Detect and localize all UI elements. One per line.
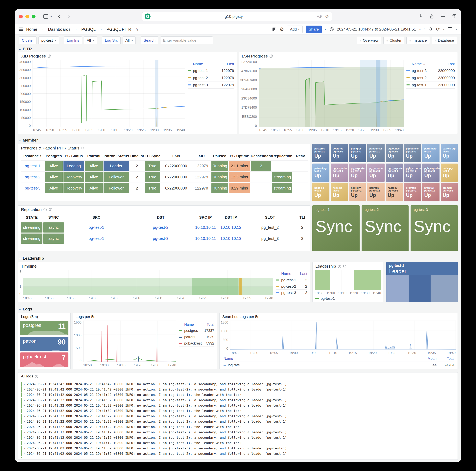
add-button[interactable]: Add▾ <box>287 26 303 33</box>
view-instance-button[interactable]: ≡Instance <box>406 37 430 44</box>
section-member[interactable]: ⌄Member <box>19 138 38 143</box>
xid-chart[interactable] <box>33 60 185 127</box>
dst-ip-link[interactable]: 10.10.10.13 <box>220 236 241 241</box>
section-leadership[interactable]: ⌄Leadership <box>19 256 44 261</box>
external-link-icon[interactable] <box>81 146 84 150</box>
log-line[interactable]: › 2024-05-21 19:41:22.000 2024-05-21 19:… <box>21 419 456 424</box>
sync-panel-pg-test-3[interactable]: pg-test-3 Sync <box>410 205 458 251</box>
reload-icon[interactable]: ⟳ <box>325 14 329 19</box>
time-forward-icon[interactable]: › <box>424 27 425 32</box>
log-line[interactable]: › 2024-05-21 19:41:42.000 2024-05-21 19:… <box>21 382 456 387</box>
legend-name-header[interactable]: Name ⌄ <box>406 62 448 66</box>
expand-caret-icon[interactable]: › <box>24 441 25 445</box>
column-header[interactable]: Patroni <box>85 152 103 161</box>
status-tile[interactable]: pgb_exporter pg-test-3 Up <box>422 163 439 182</box>
log-line[interactable]: › 2024-05-21 19:41:12.000 2024-05-21 19:… <box>21 435 456 440</box>
sync-panel-pg-test-2[interactable]: pg-test-2 Sync <box>362 205 409 251</box>
src-link[interactable]: pg-test-1 <box>89 236 104 241</box>
log-line[interactable]: › 2024-05-21 19:41:32.000 2024-05-21 19:… <box>21 403 456 408</box>
expand-caret-icon[interactable]: › <box>24 408 25 413</box>
column-header[interactable]: LSN <box>160 152 192 161</box>
status-tile[interactable]: node pg-test-2 Up <box>312 183 329 201</box>
panel-title[interactable]: Postgres & Patroni PITR Status <box>21 146 79 150</box>
panel-title[interactable]: Timeline <box>21 264 37 269</box>
panel-title[interactable]: All logs <box>21 374 33 378</box>
status-tile[interactable]: haproxy pg-test-3 Up <box>386 183 403 201</box>
legend-row[interactable]: pg-test-32 <box>276 290 307 296</box>
legend-row[interactable]: pg-test-12 <box>276 277 307 283</box>
expand-caret-icon[interactable]: › <box>24 446 25 451</box>
legend-row[interactable]: pgbackrest5932 <box>179 340 214 347</box>
legend-name-header[interactable]: Name <box>179 323 207 327</box>
status-tile[interactable]: haproxy pg-test-1 Up <box>349 183 366 201</box>
column-header[interactable]: TLI Sync <box>144 152 160 161</box>
panel-leader-treemap[interactable]: pg-test-1 Leader <box>386 262 458 302</box>
expand-caret-icon[interactable]: › <box>24 430 25 435</box>
legend-name-header[interactable]: Name <box>223 357 419 361</box>
expand-caret-icon[interactable]: › <box>24 425 25 429</box>
legend-last-header[interactable]: Last <box>227 62 234 66</box>
dst-ip-link[interactable]: 10.10.10.12 <box>220 225 241 229</box>
logins-variable-select[interactable]: All▾ <box>84 36 97 44</box>
src-ip-link[interactable]: 10.10.10.11 <box>195 236 216 241</box>
column-header[interactable]: SYNC <box>43 213 64 222</box>
external-link-icon[interactable] <box>343 265 346 268</box>
column-header[interactable]: Recv <box>293 152 308 161</box>
expand-caret-icon[interactable]: › <box>24 392 25 397</box>
menu-icon[interactable] <box>19 27 23 32</box>
new-tab-icon[interactable] <box>440 14 445 19</box>
view-database-button[interactable]: ≡Database <box>432 37 457 44</box>
log-line[interactable]: › 2024-05-21 19:41:32.000 2024-05-21 19:… <box>21 398 456 403</box>
status-tile[interactable]: postgres pg-test-3 Up <box>349 144 366 162</box>
log-line[interactable]: › 2024-05-21 19:41:02.000 2024-05-21 19:… <box>21 457 456 458</box>
back-button[interactable] <box>57 14 62 19</box>
lsn-chart[interactable] <box>259 60 404 127</box>
column-header[interactable]: TLI <box>296 213 308 222</box>
grammarly-extension-icon[interactable]: G <box>145 14 151 19</box>
expand-caret-icon[interactable]: › <box>24 403 25 408</box>
time-back-icon[interactable]: ‹ <box>325 27 326 32</box>
log-line[interactable]: › 2024-05-21 19:41:12.000 2024-05-21 19:… <box>21 430 456 435</box>
info-icon[interactable] <box>35 375 38 378</box>
panel-title[interactable]: Searched Logs per 5s <box>222 315 259 319</box>
time-range[interactable]: 2024-05-21 18:44:47 to 2024-05-21 19:41:… <box>337 27 416 32</box>
status-tile[interactable]: patroni pg-test-2 Up <box>441 144 458 162</box>
panel-title[interactable]: Leadership <box>315 264 336 269</box>
searched-legend-row[interactable]: log rate 44 24704 <box>223 363 454 367</box>
zoom-out-icon[interactable] <box>429 27 433 32</box>
searched-chart[interactable] <box>230 321 456 350</box>
log-line[interactable]: › 2024-05-21 19:41:42.000 2024-05-21 19:… <box>21 387 456 392</box>
log-stat-tile[interactable]: pgbackrest 7 <box>20 353 68 367</box>
src-ip-link[interactable]: 10.10.10.11 <box>195 225 216 229</box>
instance-link[interactable]: pg-test-2 <box>25 175 40 179</box>
view-cluster-button[interactable]: ≡Cluster <box>383 37 404 44</box>
close-window-button[interactable] <box>19 15 23 18</box>
info-icon[interactable] <box>338 265 341 268</box>
panel-title[interactable]: Replication <box>21 207 42 212</box>
save-dashboard-icon[interactable] <box>272 27 276 32</box>
info-icon[interactable] <box>43 208 47 211</box>
legend-row[interactable]: pg-test-22 <box>276 283 307 290</box>
breadcrumb-pgsql[interactable]: PGSQL <box>81 27 96 32</box>
tab-overview-icon[interactable] <box>451 14 457 19</box>
status-tile[interactable]: pgbouncer pg-test-3 Up <box>404 144 421 162</box>
external-link-icon[interactable] <box>49 208 52 211</box>
logs5s-chart[interactable] <box>83 321 176 362</box>
translate-icon[interactable]: Aあ <box>317 14 323 19</box>
legend-row[interactable]: pg-test-2122979 <box>188 74 234 81</box>
view-overview-button[interactable]: ≡Overview <box>357 37 381 44</box>
forward-button[interactable] <box>67 14 71 19</box>
column-header[interactable]: STATE <box>21 213 43 222</box>
panel-title[interactable]: Logs per 5s <box>76 315 95 319</box>
status-tile[interactable]: node pg-test-1 Up <box>441 163 458 182</box>
src-link[interactable]: pg-test-1 <box>89 225 104 229</box>
sidebar-toggle-icon[interactable] <box>43 14 48 19</box>
search-input[interactable] <box>160 36 213 44</box>
column-header[interactable]: Instance ↑ <box>21 152 44 161</box>
status-tile[interactable]: promtail pg-test-3 Up <box>441 183 458 201</box>
dashboard-settings-icon[interactable]: ⚙ <box>280 27 284 32</box>
status-tile[interactable]: pgbouncer pg-test-1 Up <box>367 144 384 162</box>
panel-title[interactable]: Logs (5m) <box>21 315 38 319</box>
legend-last-header[interactable]: Last <box>448 62 455 66</box>
share-icon[interactable] <box>429 14 434 19</box>
